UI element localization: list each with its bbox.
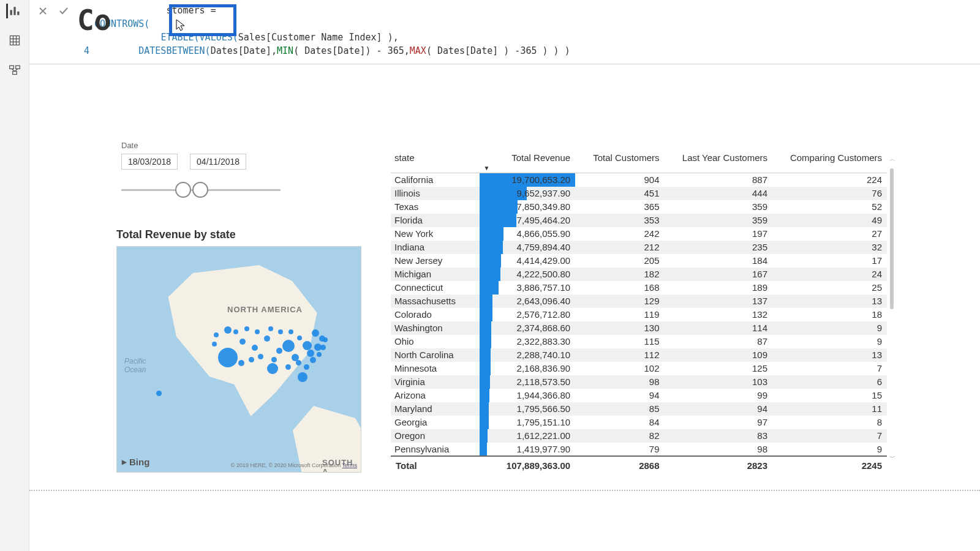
data-view-icon[interactable] — [7, 33, 22, 48]
map-bubble[interactable] — [252, 345, 258, 351]
formula-cancel-button[interactable] — [34, 2, 51, 20]
table-row[interactable]: New Jersey4,414,429.0020518417 — [391, 254, 887, 268]
map-bubble[interactable] — [282, 340, 295, 352]
map-bubble[interactable] — [244, 326, 249, 331]
table-row[interactable]: California19,700,653.20904887224 — [391, 173, 887, 187]
map-bubble[interactable] — [276, 348, 282, 354]
map-bubble[interactable] — [298, 372, 307, 382]
table-row[interactable]: Indiana4,759,894.4021223532 — [391, 241, 887, 254]
cell-customers: 119 — [575, 308, 664, 321]
slider-handle-to[interactable] — [192, 182, 208, 198]
map-bubble[interactable] — [255, 329, 260, 334]
map-canvas[interactable]: NORTH AMERICA SOUTH A Pacific Ocean — [116, 246, 361, 473]
map-bubble[interactable] — [258, 354, 263, 359]
cell-customers: 242 — [575, 227, 664, 241]
model-view-icon[interactable] — [7, 62, 22, 77]
table-row[interactable]: Minnesota2,168,836.901021257 — [391, 362, 887, 375]
table-row[interactable]: North Carolina2,288,740.1011210913 — [391, 348, 887, 362]
table-scrollbar[interactable]: ︿ ﹀ — [889, 155, 895, 462]
cell-state: Florida — [391, 214, 480, 227]
scroll-thumb[interactable] — [890, 168, 894, 309]
map-bubble[interactable] — [312, 329, 319, 337]
cell-ly-customers: 359 — [665, 200, 773, 214]
cell-customers: 365 — [575, 200, 664, 214]
map-bubble[interactable] — [317, 352, 322, 357]
map-bubble[interactable] — [267, 363, 278, 374]
map-bubble[interactable] — [304, 364, 309, 370]
map-bubble[interactable] — [296, 360, 301, 365]
cell-comp-customers: 15 — [772, 389, 887, 402]
col-total-customers[interactable]: Total Customers — [575, 150, 664, 173]
col-state[interactable]: state — [391, 150, 480, 173]
map-bubble[interactable] — [278, 329, 283, 334]
map-bubble[interactable] — [320, 345, 326, 350]
map-bubble[interactable] — [264, 335, 270, 342]
map-bubble[interactable] — [156, 391, 162, 396]
map-bubble[interactable] — [310, 357, 316, 363]
table-row[interactable]: Michigan4,222,500.8018216724 — [391, 268, 887, 281]
cell-ly-customers: 132 — [665, 308, 773, 321]
cell-ly-customers: 97 — [665, 416, 773, 429]
map-bubble[interactable] — [268, 326, 273, 331]
cell-ly-customers: 114 — [665, 321, 773, 335]
report-view-icon[interactable] — [6, 4, 21, 18]
cell-comp-customers: 32 — [772, 241, 887, 254]
table-row[interactable]: Virginia2,118,573.50981036 — [391, 375, 887, 389]
map-bubble[interactable] — [288, 329, 293, 334]
table-row[interactable]: Colorado2,576,712.8011913218 — [391, 308, 887, 321]
table-row[interactable]: Ohio2,322,883.30115879 — [391, 335, 887, 348]
table-row[interactable]: Texas7,850,349.8036535952 — [391, 200, 887, 214]
map-bubble[interactable] — [285, 364, 291, 370]
map-terms-link[interactable]: Terms — [342, 462, 358, 468]
table-row[interactable]: Oregon1,612,221.0082837 — [391, 429, 887, 443]
cell-comp-customers: 7 — [772, 429, 887, 443]
formula-commit-button[interactable] — [55, 2, 72, 20]
data-table-visual[interactable]: state Total Revenue Total Customers Last… — [391, 150, 887, 474]
table-row[interactable]: New York4,866,055.9024219727 — [391, 227, 887, 241]
cell-comp-customers: 9 — [772, 335, 887, 348]
table-row[interactable]: Florida7,495,464.2035335949 — [391, 214, 887, 227]
table-row[interactable]: Connecticut3,886,757.1016818925 — [391, 281, 887, 294]
table-row[interactable]: Maryland1,795,566.50859411 — [391, 402, 887, 416]
map-bubble[interactable] — [307, 350, 314, 357]
map-bubble[interactable] — [249, 357, 254, 362]
map-bubble[interactable] — [214, 332, 219, 337]
cell-customers: 130 — [575, 321, 664, 335]
formula-editor[interactable]: Co xxxxxxxxxxxxxstomers = COUNTROWS( xxx… — [77, 0, 980, 64]
table-row[interactable]: Illinois9,652,937.9045144476 — [391, 187, 887, 200]
date-from-input[interactable]: 18/03/2018 — [121, 154, 178, 170]
map-bubble[interactable] — [297, 335, 302, 340]
svg-rect-2 — [17, 12, 19, 15]
map-bubble[interactable] — [233, 329, 238, 334]
map-bubble[interactable] — [271, 357, 277, 362]
table-row[interactable]: Massachusetts2,643,096.4012913713 — [391, 294, 887, 308]
col-last-year-customers[interactable]: Last Year Customers — [665, 150, 773, 173]
col-comparing-customers[interactable]: Comparing Customers — [772, 150, 887, 173]
map-bubble[interactable] — [224, 326, 232, 334]
map-visual[interactable]: Total Revenue by state NORTH AMERICA SOU… — [116, 228, 368, 473]
cell-customers: 102 — [575, 362, 664, 375]
map-bubble[interactable] — [218, 348, 238, 367]
cell-revenue: 2,643,096.40 — [480, 294, 575, 308]
table-row[interactable]: Washington2,374,868.601301149 — [391, 321, 887, 335]
map-bubble[interactable] — [323, 337, 328, 342]
table-row[interactable]: Pennsylvania1,419,977.9079989 — [391, 443, 887, 456]
date-slicer[interactable]: Date 18/03/2018 04/11/2018 — [121, 141, 281, 199]
cell-state: Arizona — [391, 389, 480, 402]
cell-revenue: 2,322,883.30 — [480, 335, 575, 348]
date-to-input[interactable]: 04/11/2018 — [190, 154, 246, 170]
date-slider[interactable] — [121, 181, 281, 199]
slider-handle-from[interactable] — [175, 182, 191, 198]
cell-state: Pennsylvania — [391, 443, 480, 456]
map-bubble[interactable] — [238, 360, 244, 366]
map-bubble[interactable] — [212, 342, 217, 347]
table-row[interactable]: Arizona1,944,366.80949915 — [391, 389, 887, 402]
col-total-revenue[interactable]: Total Revenue — [480, 150, 575, 173]
cell-customers: 115 — [575, 335, 664, 348]
table-row[interactable]: Georgia1,795,151.1084978 — [391, 416, 887, 429]
map-bubble[interactable] — [303, 341, 312, 350]
scroll-down-icon[interactable]: ﹀ — [889, 454, 895, 462]
cell-state: New York — [391, 227, 480, 241]
map-bubble[interactable] — [239, 339, 246, 345]
scroll-up-icon[interactable]: ︿ — [889, 155, 895, 163]
